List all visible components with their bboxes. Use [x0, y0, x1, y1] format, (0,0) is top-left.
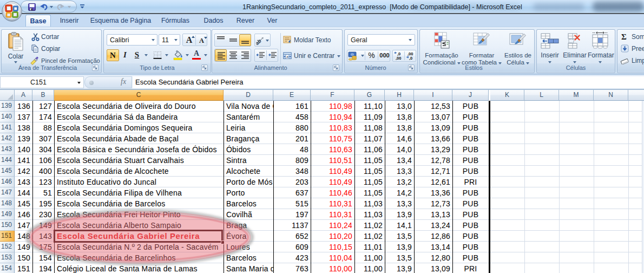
cell-A149[interactable]: 146 — [15, 209, 32, 220]
cell-B148[interactable]: 195 — [32, 198, 54, 209]
sum-button[interactable]: Σ Soma — [620, 32, 644, 42]
number-format-select[interactable]: Geral — [347, 34, 415, 46]
cell-A154[interactable]: 151 — [15, 263, 32, 273]
cell-B150[interactable]: 149 — [32, 220, 54, 231]
cell-D150[interactable]: Braga — [224, 220, 273, 231]
column-header-partial[interactable] — [628, 90, 644, 101]
cell-E142[interactable]: 201 — [273, 133, 311, 144]
font-dialog-launcher[interactable] — [201, 64, 208, 71]
column-header-C[interactable]: C — [54, 90, 224, 101]
cell-C140[interactable]: Escola Secundária Sá da Bandeira — [54, 112, 224, 122]
office-button[interactable] — [2, 1, 22, 22]
cell-C139[interactable]: Escola Secundária de Oliveira do Douro — [54, 101, 224, 112]
cell-A145[interactable]: 142 — [15, 166, 32, 177]
insert-function-icon[interactable]: fx — [121, 77, 126, 86]
cell-C142[interactable]: Escola Secundária Abade de Baçal — [54, 133, 224, 144]
cell-F145[interactable]: 110,49 — [311, 166, 354, 177]
cell-F142[interactable]: 110,75 — [311, 133, 354, 144]
tab-formulas[interactable]: Fórmulas — [157, 15, 193, 27]
cell-H141[interactable]: 13,8 — [385, 122, 414, 133]
cell-D146[interactable]: Porto de Mós — [224, 177, 273, 187]
cell-I146[interactable]: 12,61 — [414, 177, 452, 187]
cell-H151[interactable]: 13,5 — [385, 231, 414, 242]
row-header-152[interactable]: 152 — [0, 242, 15, 252]
cell-A153[interactable]: 150 — [15, 252, 32, 263]
number-dialog-launcher[interactable] — [408, 64, 415, 71]
fill-button[interactable]: Preencher — [620, 44, 644, 54]
cell-A140[interactable]: 137 — [15, 112, 32, 122]
currency-button[interactable] — [347, 50, 365, 61]
tab-base[interactable]: Base — [25, 15, 51, 27]
font-color-button[interactable]: A — [190, 49, 202, 61]
tab-esquema[interactable]: Esquema de Página — [88, 15, 153, 27]
cell-J148[interactable]: PUB — [452, 198, 489, 209]
cell-D140[interactable]: Santarém — [224, 112, 273, 122]
clear-button[interactable]: Limpar — [620, 56, 644, 66]
cell-G142[interactable]: 11,07 — [354, 133, 385, 144]
cell-I154[interactable]: 13,09 — [414, 263, 452, 273]
row-header-140[interactable]: 140 — [0, 112, 15, 122]
cell-I145[interactable]: 12,71 — [414, 166, 452, 177]
format-as-table-button[interactable]: Formatar como Tabela — [463, 31, 501, 67]
cell-F154[interactable]: 110,00 — [311, 263, 354, 273]
align-right-button[interactable] — [239, 49, 251, 61]
row-header-143[interactable]: 143 — [0, 144, 15, 155]
column-header-I[interactable]: I — [414, 90, 452, 101]
cell-A152[interactable]: 149 — [15, 242, 32, 252]
row-header-142[interactable]: 142 — [0, 133, 15, 144]
cell-E140[interactable]: 458 — [273, 112, 311, 122]
clipboard-dialog-launcher[interactable] — [92, 64, 98, 71]
name-box-dropdown-icon[interactable] — [77, 82, 81, 84]
wrap-text-button[interactable]: Moldar Texto — [283, 36, 341, 45]
cell-A142[interactable]: 139 — [15, 133, 32, 144]
cell-E150[interactable]: 1137 — [273, 220, 311, 231]
delete-button[interactable]: Eliminar — [562, 31, 587, 67]
column-header-J[interactable]: J — [452, 90, 489, 101]
cell-I140[interactable]: 13,07 — [414, 112, 452, 122]
cell-G139[interactable]: 11,10 — [354, 101, 385, 112]
cell-C146[interactable]: Instituto Educativo do Juncal — [54, 177, 224, 187]
row-header-141[interactable]: 141 — [0, 122, 15, 133]
row-header-145[interactable]: 145 — [0, 166, 15, 177]
row-header-153[interactable]: 153 — [0, 252, 15, 263]
cell-C147[interactable]: Escola Secundária Filipa de Vilhena — [54, 187, 224, 198]
row-header-151[interactable]: 151 — [0, 231, 15, 242]
cell-I150[interactable]: 13,24 — [414, 220, 452, 231]
cell-I144[interactable]: 12,78 — [414, 155, 452, 166]
cell-E153[interactable]: 423 — [273, 252, 311, 263]
cell-E146[interactable]: 203 — [273, 177, 311, 187]
decrease-indent-button[interactable] — [255, 49, 266, 61]
cell-H144[interactable]: 13,4 — [385, 155, 414, 166]
cell-E152[interactable]: 609 — [273, 242, 311, 252]
cell-G141[interactable]: 11,08 — [354, 122, 385, 133]
merge-center-button[interactable]: a Unir e Centrar — [283, 51, 341, 61]
cell-B154[interactable]: 194 — [32, 263, 54, 273]
column-header-F[interactable]: F — [311, 90, 354, 101]
cell-F140[interactable]: 110,94 — [311, 112, 354, 122]
cell-A141[interactable]: 138 — [15, 122, 32, 133]
bold-button[interactable]: N — [107, 49, 119, 61]
selection-fill-handle[interactable] — [221, 240, 225, 244]
cell-C144[interactable]: Escola Secundária Stuart Carvalhais — [54, 155, 224, 166]
increase-decimal-button[interactable]: ,0 ,00 — [393, 50, 404, 61]
align-middle-button[interactable] — [227, 34, 239, 46]
increase-indent-button[interactable] — [267, 49, 278, 61]
cell-B141[interactable]: 88 — [32, 122, 54, 133]
cell-B152[interactable]: 175 — [32, 242, 54, 252]
cell-J150[interactable]: PUB — [452, 220, 489, 231]
column-header-G[interactable]: G — [354, 90, 385, 101]
cell-J143[interactable]: PUB — [452, 144, 489, 155]
cell-H140[interactable]: 13,8 — [385, 112, 414, 122]
cell-A151[interactable]: 148 — [15, 231, 32, 242]
cell-D151[interactable]: Évora — [224, 231, 273, 242]
cell-E147[interactable]: 637 — [273, 187, 311, 198]
cell-F150[interactable]: 110,24 — [311, 220, 354, 231]
name-box[interactable]: C151 — [0, 76, 84, 88]
cell-G146[interactable]: 11,05 — [354, 177, 385, 187]
cell-D143[interactable]: Óbidos — [224, 144, 273, 155]
cell-C148[interactable]: Escola Secundária de Barcelos — [54, 198, 224, 209]
fill-color-button[interactable] — [172, 49, 184, 61]
tab-rever[interactable]: Rever — [233, 15, 258, 27]
row-header-150[interactable]: 150 — [0, 220, 15, 231]
cell-D154[interactable]: Santa Maria da Feira — [224, 263, 273, 273]
